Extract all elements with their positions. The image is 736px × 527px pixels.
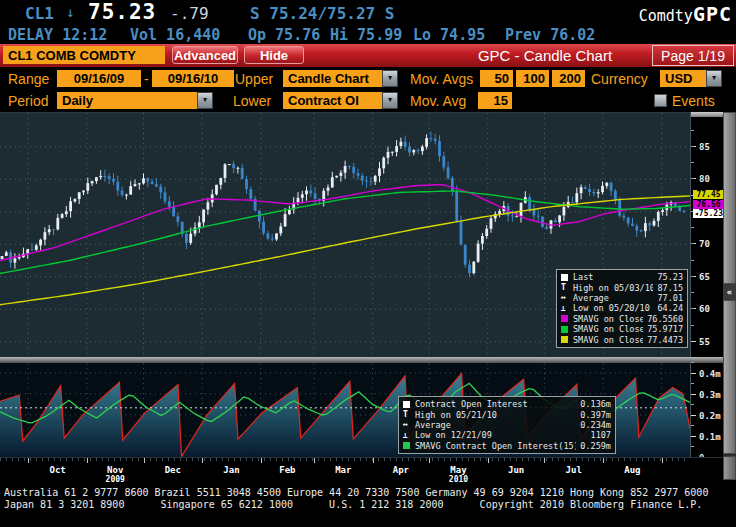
- legend-row: Contract Open Interest0.136m: [403, 399, 611, 409]
- lower-select-arrow-icon[interactable]: ▼: [382, 92, 398, 109]
- events-label: Events: [672, 93, 715, 109]
- footer-contacts-line1: Australia 61 2 9777 8600 Brazil 5511 304…: [4, 487, 708, 498]
- axis-minor-tick: [691, 178, 694, 179]
- high-price: Hi 75.99: [330, 26, 402, 44]
- scrollbar-button[interactable]: [723, 456, 736, 480]
- legend-swatch: [403, 442, 410, 449]
- range-end-input[interactable]: 09/16/10: [152, 70, 234, 87]
- axis-tick-label: 60: [699, 304, 710, 314]
- oi-axis: 0.4m0.3m0.2m0.1m0: [690, 363, 723, 457]
- currency-select-arrow-icon[interactable]: ▼: [706, 70, 722, 87]
- month-tick: [261, 458, 262, 463]
- legend-row: SMAVG on Close(50)76.5560: [561, 314, 683, 324]
- price-legend: Last75.23THigh on 05/03/1087.15↔Average7…: [556, 269, 688, 348]
- high-marker-icon: T: [403, 410, 415, 419]
- legend-row: ⊥Low on 12/21/091107: [403, 430, 611, 440]
- hide-button[interactable]: Hide: [244, 46, 304, 64]
- mov-avg-lower-input[interactable]: 15: [478, 92, 512, 109]
- month-tick: [662, 458, 663, 463]
- upper-select-arrow-icon[interactable]: ▼: [382, 70, 398, 87]
- open-price: Op 75.76: [248, 26, 320, 44]
- lower-label: Lower: [233, 93, 271, 109]
- mov-avg-3-input[interactable]: 200: [552, 70, 585, 87]
- month-label: Dec: [158, 465, 188, 475]
- control-row-period: Period Daily ▼ Lower Contract OI ▼ Mov. …: [0, 90, 736, 112]
- month-tick: [87, 458, 88, 463]
- price-axis: 8580757065605577.4576.56◂75.23: [690, 112, 723, 357]
- period-select[interactable]: Daily: [57, 92, 197, 109]
- legend-value: 87.15: [653, 283, 683, 293]
- axis-minor-tick: [691, 383, 694, 384]
- mov-avg-1-input[interactable]: 50: [480, 70, 513, 87]
- legend-swatch-cell: [561, 336, 573, 343]
- legend-value: 0.397m: [576, 410, 611, 420]
- range-start-input[interactable]: 09/16/09: [57, 70, 141, 87]
- events-checkbox[interactable]: [654, 94, 667, 107]
- page-indicator[interactable]: Page 1/19: [652, 45, 734, 66]
- month-label: Apr: [386, 465, 416, 475]
- axis-top-bar: [691, 112, 724, 117]
- footer-contacts-line2: Japan 81 3 3201 8900 Singapore 65 6212 1…: [4, 499, 702, 510]
- scrollbar-handle-top[interactable]: [723, 112, 736, 284]
- legend-label: Average: [415, 420, 576, 430]
- axis-minor-tick: [691, 227, 694, 228]
- month-tick: [373, 458, 374, 463]
- low-marker-icon: ⊥: [561, 304, 573, 313]
- period-label: Period: [8, 93, 48, 109]
- month-label: May: [444, 465, 474, 475]
- legend-label: SMAVG on Close(50): [573, 314, 643, 324]
- collapse-icon[interactable]: «: [723, 284, 736, 300]
- currency-select[interactable]: USD: [660, 70, 706, 87]
- legend-label: SMAVG Contract Open Interest(15): [415, 441, 576, 451]
- high-marker-icon: T: [561, 283, 573, 292]
- axis-tick: [691, 415, 696, 416]
- oi-chart-panel[interactable]: Contract Open Interest0.136mTHigh on 05/…: [0, 363, 690, 457]
- scrollbar-handle-bottom[interactable]: [723, 300, 736, 454]
- mov-avg-2-input[interactable]: 100: [516, 70, 549, 87]
- axis-tick-label: 55: [699, 337, 710, 347]
- brand-function-code: GPC: [693, 2, 732, 26]
- bid-ask: S 75.24/75.27 S: [250, 4, 395, 23]
- month-label: Oct: [43, 465, 73, 475]
- year-label: 2009: [98, 475, 132, 484]
- legend-row: THigh on 05/21/100.397m: [403, 409, 611, 419]
- legend-label: High on 05/21/10: [415, 410, 576, 420]
- legend-label: High on 05/03/10: [573, 283, 653, 293]
- axis-tick-label: 0.2m: [699, 411, 721, 421]
- axis-minor-tick: [691, 446, 694, 447]
- legend-value: 77.4473: [643, 335, 683, 345]
- quote-header: CL1 ↓ 75.23 -.79 S 75.24/75.27 S ComdtyG…: [0, 0, 736, 44]
- month-tick: [202, 458, 203, 463]
- time-axis: OctNov2009DecJanFebMarAprMay2010JunJulAu…: [0, 457, 723, 485]
- security-input[interactable]: CL1 COMB COMDTY: [3, 46, 165, 64]
- range-separator: -: [144, 71, 149, 87]
- period-select-arrow-icon[interactable]: ▼: [197, 92, 213, 109]
- month-label: Jun: [501, 465, 531, 475]
- bloomberg-terminal-window: CL1 ↓ 75.23 -.79 S 75.24/75.27 S ComdtyG…: [0, 0, 736, 527]
- legend-swatch: [403, 401, 410, 408]
- legend-swatch-cell: [403, 442, 415, 449]
- month-label: Feb: [272, 465, 302, 475]
- legend-value: 76.5560: [643, 314, 683, 324]
- last-price: 75.23: [88, 0, 156, 24]
- terminal-footer: Australia 61 2 9777 8600 Brazil 5511 304…: [0, 485, 736, 527]
- legend-row: ↔Average0.234m: [403, 420, 611, 430]
- month-tick: [28, 458, 29, 463]
- advanced-button[interactable]: Advanced: [172, 46, 238, 64]
- axis-minor-tick: [691, 325, 694, 326]
- legend-row: Last75.23: [561, 272, 683, 282]
- legend-row: SMAVG Contract Open Interest(15)0.259m: [403, 441, 611, 451]
- price-axis-tag: ◂75.23: [693, 209, 724, 218]
- month-tick: [144, 458, 145, 463]
- legend-value: 0.136m: [576, 399, 611, 409]
- brand-prefix: Comdty: [639, 7, 693, 25]
- upper-chart-select[interactable]: Candle Chart: [283, 70, 382, 87]
- price-chart-panel[interactable]: Last75.23THigh on 05/03/1087.15↔Average7…: [0, 112, 690, 358]
- legend-swatch: [561, 326, 568, 333]
- lower-chart-select[interactable]: Contract OI: [283, 92, 382, 109]
- legend-label: Low on 12/21/09: [415, 430, 587, 440]
- chart-scrollbar[interactable]: «: [723, 112, 736, 480]
- axis-minor-tick: [691, 362, 694, 363]
- axis-tick: [691, 341, 696, 342]
- axis-tick-label: 70: [699, 239, 710, 249]
